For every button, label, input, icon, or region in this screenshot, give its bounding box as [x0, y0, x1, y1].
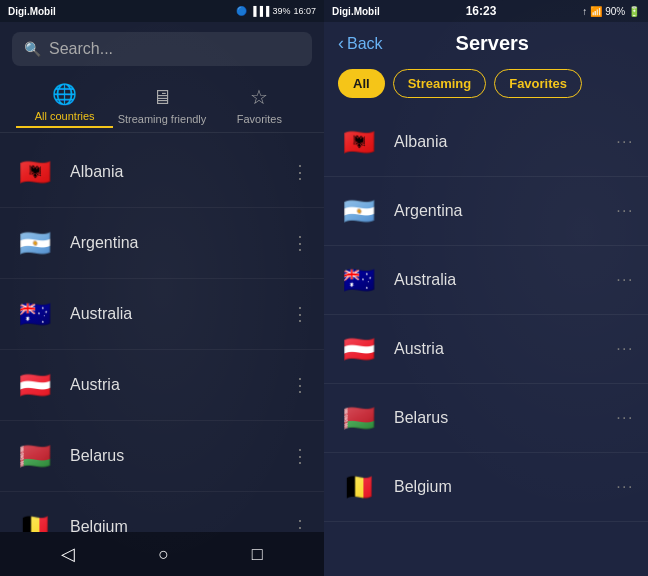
country-name: Belarus — [70, 447, 277, 465]
tab-underline-all — [16, 126, 113, 128]
tab-favorites[interactable]: ☆ Favorites — [211, 85, 308, 125]
server-more-icon[interactable]: ··· — [616, 202, 634, 220]
server-flag-circle: 🇦🇷 — [338, 190, 380, 232]
server-flag-circle: 🇦🇱 — [338, 121, 380, 163]
server-more-icon[interactable]: ··· — [616, 340, 634, 358]
nav-arrow-icon: ↑ — [582, 6, 587, 17]
server-name: Belarus — [394, 409, 602, 427]
country-name: Australia — [70, 305, 277, 323]
tab-favorites-label: Favorites — [237, 113, 282, 125]
server-list-item[interactable]: 🇦🇱 Albania ··· — [324, 108, 648, 177]
country-list-item[interactable]: 🇦🇹 Austria ⋮ — [0, 350, 324, 421]
flag-circle: 🇧🇪 — [14, 506, 56, 532]
search-icon: 🔍 — [24, 41, 41, 57]
flag-circle: 🇦🇷 — [14, 222, 56, 264]
more-dots-icon[interactable]: ⋮ — [291, 518, 310, 532]
status-bar-right: Digi.Mobil 16:23 ↑ 📶 90% 🔋 — [324, 0, 648, 22]
status-icons-right: ↑ 📶 90% 🔋 — [582, 6, 640, 17]
flag-circle: 🇦🇺 — [14, 293, 56, 335]
tab-streaming-friendly[interactable]: 🖥 Streaming friendly — [113, 86, 210, 125]
server-name: Argentina — [394, 202, 602, 220]
server-flag-circle: 🇧🇪 — [338, 466, 380, 508]
tab-all-countries[interactable]: 🌐 All countries — [16, 82, 113, 128]
more-dots-icon[interactable]: ⋮ — [291, 447, 310, 465]
servers-title: Servers — [391, 32, 634, 55]
server-more-icon[interactable]: ··· — [616, 133, 634, 151]
flag-circle: 🇧🇾 — [14, 435, 56, 477]
more-dots-icon[interactable]: ⋮ — [291, 305, 310, 323]
more-dots-icon[interactable]: ⋮ — [291, 376, 310, 394]
right-header: ‹ Back Servers — [324, 22, 648, 65]
back-label: Back — [347, 35, 383, 53]
right-panel: Digi.Mobil 16:23 ↑ 📶 90% 🔋 ‹ Back Server… — [324, 0, 648, 576]
wifi-icon: 📶 — [590, 6, 602, 17]
server-flag-circle: 🇦🇹 — [338, 328, 380, 370]
country-list-item[interactable]: 🇧🇪 Belgium ⋮ — [0, 492, 324, 532]
server-name: Austria — [394, 340, 602, 358]
filter-tabs: All Streaming Favorites — [324, 65, 648, 108]
time-right: 16:23 — [466, 4, 497, 18]
server-more-icon[interactable]: ··· — [616, 478, 634, 496]
more-dots-icon[interactable]: ⋮ — [291, 234, 310, 252]
carrier-left: Digi.Mobil — [8, 6, 56, 17]
more-dots-icon[interactable]: ⋮ — [291, 163, 310, 181]
country-name: Austria — [70, 376, 277, 394]
status-icons-left: 🔵 ▐▐▐ 39% 16:07 — [236, 6, 316, 16]
server-more-icon[interactable]: ··· — [616, 271, 634, 289]
server-flag-circle: 🇦🇺 — [338, 259, 380, 301]
bluetooth-icon: 🔵 — [236, 6, 247, 16]
signal-bars-left: ▐▐▐ — [250, 6, 269, 16]
nav-home-icon[interactable]: ○ — [158, 544, 169, 565]
time-left: 16:07 — [293, 6, 316, 16]
server-name: Albania — [394, 133, 602, 151]
server-list-item[interactable]: 🇧🇾 Belarus ··· — [324, 384, 648, 453]
carrier-right: Digi.Mobil — [332, 6, 380, 17]
server-list-item[interactable]: 🇧🇪 Belgium ··· — [324, 453, 648, 522]
server-more-icon[interactable]: ··· — [616, 409, 634, 427]
flag-circle: 🇦🇱 — [14, 151, 56, 193]
search-input[interactable]: Search... — [49, 40, 113, 58]
status-bar-left: Digi.Mobil 🔵 ▐▐▐ 39% 16:07 — [0, 0, 324, 22]
tab-streaming-label: Streaming friendly — [118, 113, 207, 125]
country-list-item[interactable]: 🇧🇾 Belarus ⋮ — [0, 421, 324, 492]
filter-favorites[interactable]: Favorites — [494, 69, 582, 98]
filter-all[interactable]: All — [338, 69, 385, 98]
search-bar[interactable]: 🔍 Search... — [12, 32, 312, 66]
tabs-row: 🌐 All countries 🖥 Streaming friendly ☆ F… — [0, 74, 324, 133]
server-name: Australia — [394, 271, 602, 289]
globe-icon: 🌐 — [52, 82, 77, 106]
nav-back-icon[interactable]: ◁ — [61, 543, 75, 565]
battery-left: 39% — [272, 6, 290, 16]
server-list-item[interactable]: 🇦🇹 Austria ··· — [324, 315, 648, 384]
star-icon: ☆ — [250, 85, 268, 109]
server-list: 🇦🇱 Albania ··· 🇦🇷 Argentina ··· 🇦🇺 Austr… — [324, 108, 648, 576]
back-button[interactable]: ‹ Back — [338, 33, 383, 54]
monitor-icon: 🖥 — [152, 86, 172, 109]
server-name: Belgium — [394, 478, 602, 496]
country-list-item[interactable]: 🇦🇺 Australia ⋮ — [0, 279, 324, 350]
filter-streaming[interactable]: Streaming — [393, 69, 487, 98]
battery-right: 90% 🔋 — [605, 6, 640, 17]
nav-bar-left: ◁ ○ □ — [0, 532, 324, 576]
left-panel: Digi.Mobil 🔵 ▐▐▐ 39% 16:07 🔍 Search... 🌐… — [0, 0, 324, 576]
server-list-item[interactable]: 🇦🇷 Argentina ··· — [324, 177, 648, 246]
country-list: 🇦🇱 Albania ⋮ 🇦🇷 Argentina ⋮ 🇦🇺 Australia… — [0, 133, 324, 532]
server-list-item[interactable]: 🇦🇺 Australia ··· — [324, 246, 648, 315]
nav-recent-icon[interactable]: □ — [252, 544, 263, 565]
country-list-item[interactable]: 🇦🇷 Argentina ⋮ — [0, 208, 324, 279]
country-name: Belgium — [70, 518, 277, 532]
chevron-left-icon: ‹ — [338, 33, 344, 54]
country-name: Albania — [70, 163, 277, 181]
country-name: Argentina — [70, 234, 277, 252]
tab-all-label: All countries — [35, 110, 95, 122]
country-list-item[interactable]: 🇦🇱 Albania ⋮ — [0, 137, 324, 208]
flag-circle: 🇦🇹 — [14, 364, 56, 406]
server-flag-circle: 🇧🇾 — [338, 397, 380, 439]
